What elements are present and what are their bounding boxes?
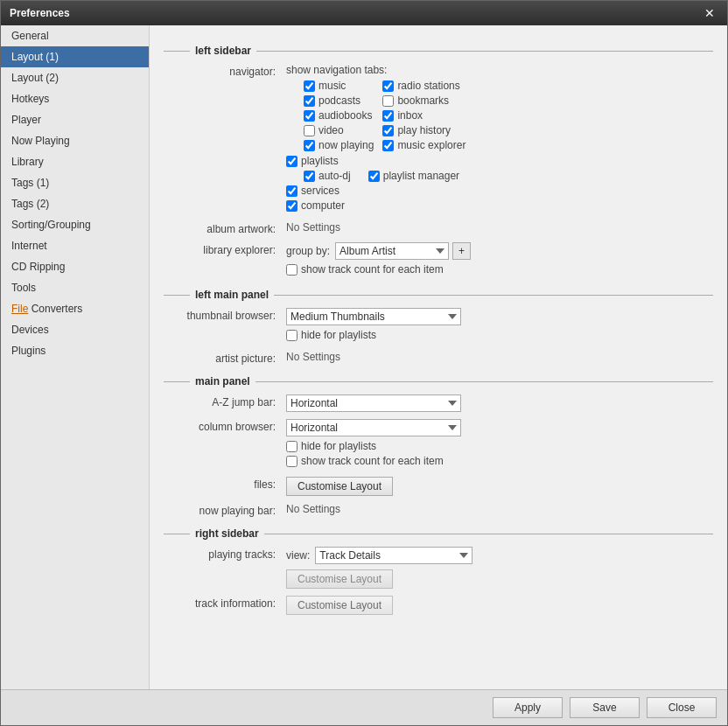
checkbox-audiobooks-label[interactable]: audiobooks xyxy=(318,109,372,122)
checkbox-services-label[interactable]: services xyxy=(301,185,340,197)
show-track-count-label[interactable]: show track count for each item xyxy=(301,263,444,276)
checkbox-play-history-input[interactable] xyxy=(382,125,394,136)
hide-for-playlists-input[interactable] xyxy=(286,330,298,341)
az-jump-bar-content: Horizontal Vertical None xyxy=(286,394,713,412)
checkbox-video-label[interactable]: video xyxy=(318,124,344,136)
sidebar-item-general[interactable]: General xyxy=(1,25,149,46)
track-info-customise-button[interactable]: Customise Layout xyxy=(286,596,393,615)
hide-for-playlists-main-input[interactable] xyxy=(286,441,298,452)
thumbnail-browser-select[interactable]: Medium Thumbnails Small Thumbnails Large… xyxy=(286,308,461,325)
sidebar-item-library[interactable]: Library xyxy=(1,151,149,172)
checkbox-inbox-input[interactable] xyxy=(382,110,394,122)
checkbox-music-explorer: music explorer xyxy=(382,139,466,151)
checkbox-radio-input[interactable] xyxy=(382,80,394,92)
checkbox-services-input[interactable] xyxy=(286,185,298,197)
checkbox-now-playing-label[interactable]: now playing xyxy=(318,139,374,151)
checkbox-video-input[interactable] xyxy=(304,125,315,136)
right-sidebar-customise-wrapper: Customise Layout xyxy=(286,569,713,589)
playing-tracks-row: playing tracks: view: Track Details Arti… xyxy=(164,547,713,589)
checkbox-music-explorer-input[interactable] xyxy=(382,140,394,151)
sidebar-item-plugins[interactable]: Plugins xyxy=(1,340,149,361)
title-bar: Preferences ✕ xyxy=(1,1,727,25)
sidebar-item-sorting[interactable]: Sorting/Grouping xyxy=(1,214,149,235)
playing-tracks-content: view: Track Details Artist Picture None … xyxy=(286,547,713,589)
view-select[interactable]: Track Details Artist Picture None xyxy=(315,547,472,564)
album-artwork-row: album artwork: No Settings xyxy=(164,221,713,235)
view-label: view: xyxy=(286,549,310,562)
az-jump-bar-select[interactable]: Horizontal Vertical None xyxy=(286,394,461,412)
checkbox-music-label[interactable]: music xyxy=(318,80,346,92)
checkbox-radio-label[interactable]: radio stations xyxy=(397,80,459,92)
checkbox-playlists-input[interactable] xyxy=(286,156,298,167)
right-sidebar-customise-button[interactable]: Customise Layout xyxy=(286,569,393,589)
checkbox-playlists-label[interactable]: playlists xyxy=(301,155,339,167)
show-track-count-main-input[interactable] xyxy=(286,456,298,467)
close-button[interactable]: Close xyxy=(647,697,717,718)
right-panel: left sidebar navigator: show navigation … xyxy=(150,25,727,689)
checkbox-playlist-manager-label[interactable]: playlist manager xyxy=(383,170,459,182)
checkbox-podcasts-input[interactable] xyxy=(304,95,315,107)
sidebar-item-cd-ripping[interactable]: CD Ripping xyxy=(1,256,149,277)
preferences-window: Preferences ✕ General Layout (1) Layout … xyxy=(0,0,728,726)
column-browser-select[interactable]: Horizontal Vertical None xyxy=(286,419,461,436)
checkbox-music: music xyxy=(304,80,374,92)
checkbox-podcasts-label[interactable]: podcasts xyxy=(318,94,360,107)
thumbnail-browser-select-wrapper: Medium Thumbnails Small Thumbnails Large… xyxy=(286,308,713,325)
apply-button[interactable]: Apply xyxy=(493,697,563,718)
checkbox-bookmarks-input[interactable] xyxy=(382,95,394,107)
hide-for-playlists-label[interactable]: hide for playlists xyxy=(301,329,376,341)
sidebar-item-player[interactable]: Player xyxy=(1,109,149,130)
show-track-count-main-label[interactable]: show track count for each item xyxy=(301,455,444,467)
checkbox-auto-dj: auto-dj xyxy=(304,170,351,182)
thumbnail-browser-content: Medium Thumbnails Small Thumbnails Large… xyxy=(286,308,713,344)
checkbox-audiobooks-input[interactable] xyxy=(304,110,315,122)
sidebar-item-internet[interactable]: Internet xyxy=(1,235,149,256)
artist-picture-label: artist picture: xyxy=(164,351,286,365)
show-track-count-input[interactable] xyxy=(286,264,298,276)
group-by-plus-button[interactable]: + xyxy=(452,242,471,260)
checkbox-bookmarks-label[interactable]: bookmarks xyxy=(397,94,449,107)
sidebar-item-file-converters[interactable]: File Converters xyxy=(1,298,149,319)
nav-tabs-checkboxes: music podcasts audiobooks xyxy=(304,80,713,151)
checkbox-now-playing-input[interactable] xyxy=(304,140,315,151)
save-button[interactable]: Save xyxy=(570,697,640,718)
artist-picture-content: No Settings xyxy=(286,351,713,363)
checkbox-audiobooks: audiobooks xyxy=(304,109,374,122)
files-customise-button[interactable]: Customise Layout xyxy=(286,477,393,496)
section-header-main-panel: main panel xyxy=(164,375,713,387)
column-browser-content: Horizontal Vertical None hide for playli… xyxy=(286,419,713,470)
checkbox-playlist-manager-input[interactable] xyxy=(368,171,380,182)
hide-for-playlists-main-label[interactable]: hide for playlists xyxy=(301,440,376,452)
group-by-select[interactable]: Album Artist Artist Genre Year xyxy=(335,242,449,260)
sidebar-item-layout1[interactable]: Layout (1) xyxy=(1,46,149,67)
now-playing-bar-label: now playing bar: xyxy=(164,503,286,517)
checkbox-play-history-label[interactable]: play history xyxy=(397,124,451,136)
sidebar-item-devices[interactable]: Devices xyxy=(1,319,149,340)
sidebar-item-hotkeys[interactable]: Hotkeys xyxy=(1,88,149,109)
checkbox-inbox-label[interactable]: inbox xyxy=(397,109,423,122)
column-browser-row: column browser: Horizontal Vertical None… xyxy=(164,419,713,470)
navigator-label: navigator: xyxy=(164,64,286,78)
az-jump-bar-label: A-Z jump bar: xyxy=(164,394,286,408)
thumbnail-browser-row: thumbnail browser: Medium Thumbnails Sma… xyxy=(164,308,713,344)
section-header-left-main-panel: left main panel xyxy=(164,289,713,301)
now-playing-bar-content: No Settings xyxy=(286,503,713,515)
show-nav-tabs-label: show navigation tabs: xyxy=(286,64,713,76)
sidebar-item-now-playing[interactable]: Now Playing xyxy=(1,130,149,151)
checkbox-music-input[interactable] xyxy=(304,80,315,92)
checkbox-auto-dj-input[interactable] xyxy=(304,171,315,182)
sidebar-item-tags1[interactable]: Tags (1) xyxy=(1,172,149,193)
close-window-button[interactable]: ✕ xyxy=(701,6,718,20)
sidebar-item-tools[interactable]: Tools xyxy=(1,277,149,298)
checkbox-computer-label[interactable]: computer xyxy=(301,199,345,212)
playing-tracks-label: playing tracks: xyxy=(164,547,286,561)
checkbox-playlist-manager: playlist manager xyxy=(368,170,459,182)
sidebar-item-layout2[interactable]: Layout (2) xyxy=(1,67,149,88)
file-link[interactable]: File xyxy=(11,303,28,315)
sidebar-item-tags2[interactable]: Tags (2) xyxy=(1,193,149,214)
now-playing-bar-row: now playing bar: No Settings xyxy=(164,503,713,517)
checkbox-music-explorer-label[interactable]: music explorer xyxy=(397,139,466,151)
checkbox-computer-row: computer xyxy=(286,199,713,212)
checkbox-computer-input[interactable] xyxy=(286,200,298,212)
checkbox-auto-dj-label[interactable]: auto-dj xyxy=(318,170,351,182)
